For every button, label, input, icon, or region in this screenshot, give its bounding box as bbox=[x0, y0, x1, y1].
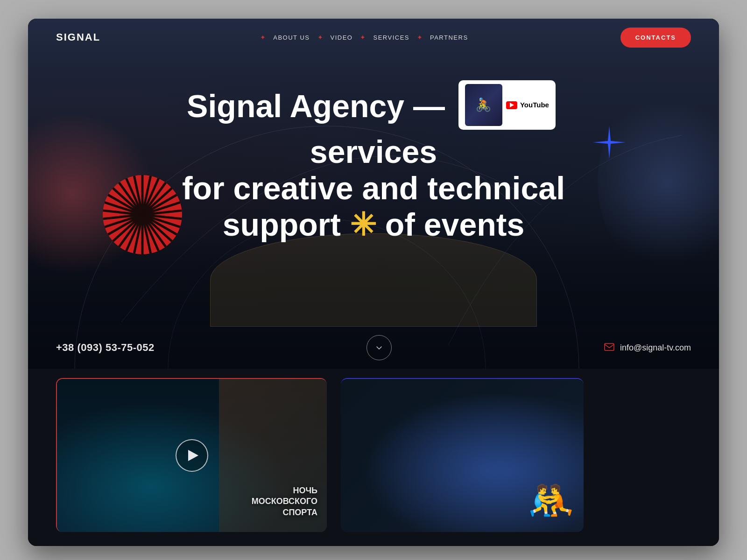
phone-number: +38 (093) 53-75-052 bbox=[56, 342, 155, 354]
nav-link-partners[interactable]: PARTNERS bbox=[430, 34, 468, 41]
yellow-star: ✳ bbox=[350, 207, 385, 242]
videos-section: НОЧЬ МОСКОВСКОГО СПОРТА bbox=[28, 369, 719, 546]
hero-section: SiGNAL ✦ ABOUT US ✦ VIDEO ✦ bbox=[28, 19, 719, 369]
youtube-text: YouTube bbox=[520, 101, 549, 109]
nav-divider-4: ✦ bbox=[409, 33, 430, 42]
video-title-cyrillic: НОЧЬ МОСКОВСКОГО СПОРТА bbox=[252, 485, 317, 518]
nav-link-services[interactable]: SERVICES bbox=[373, 34, 409, 41]
contacts-button[interactable]: CONTACTS bbox=[620, 28, 691, 48]
hero-title: Signal Agency — YouTube services bbox=[163, 84, 584, 243]
phone-main: 53-75-052 bbox=[106, 342, 155, 353]
youtube-card-inner: YouTube bbox=[465, 84, 549, 126]
hero-title-part3: for creative and technical bbox=[182, 170, 565, 206]
nav-item-about[interactable]: ABOUT US bbox=[273, 33, 310, 42]
youtube-card[interactable]: YouTube bbox=[458, 80, 556, 130]
svg-rect-34 bbox=[605, 343, 614, 350]
browser-frame: SiGNAL ✦ ABOUT US ✦ VIDEO ✦ bbox=[28, 19, 719, 546]
play-button-left[interactable] bbox=[176, 439, 208, 472]
email-text: info@signal-tv.com bbox=[620, 343, 691, 353]
video-text-overlay: НОЧЬ МОСКОВСКОГО СПОРТА bbox=[252, 485, 317, 518]
nav-item-services[interactable]: SERVICES bbox=[373, 33, 409, 42]
email-icon bbox=[604, 343, 614, 353]
hero-content: Signal Agency — YouTube services bbox=[28, 56, 719, 262]
nav-links: ✦ ABOUT US ✦ VIDEO ✦ SERVICES ✦ bbox=[253, 33, 468, 42]
nav-link-about[interactable]: ABOUT US bbox=[273, 34, 310, 41]
youtube-logo-area: YouTube bbox=[506, 101, 549, 109]
video-card-right[interactable] bbox=[341, 378, 584, 532]
site-logo[interactable]: SiGNAL bbox=[56, 31, 100, 43]
hero-title-part4: support bbox=[223, 207, 341, 242]
hero-title-part1: Signal Agency — bbox=[187, 88, 445, 124]
nav-divider-1: ✦ bbox=[253, 33, 273, 42]
nav-divider-3: ✦ bbox=[352, 33, 373, 42]
nav-link-video[interactable]: VIDEO bbox=[331, 34, 353, 41]
nav-divider-2: ✦ bbox=[310, 33, 331, 42]
phone-prefix: +38 (093) bbox=[56, 342, 106, 353]
video-card-left[interactable]: НОЧЬ МОСКОВСКОГО СПОРТА bbox=[56, 378, 327, 532]
youtube-icon bbox=[506, 101, 517, 109]
nav-item-partners[interactable]: PARTNERS bbox=[430, 33, 468, 42]
youtube-logo: YouTube bbox=[506, 101, 549, 109]
hero-title-part5: of events bbox=[385, 207, 525, 242]
navbar: SiGNAL ✦ ABOUT US ✦ VIDEO ✦ bbox=[28, 19, 719, 56]
nav-item-video[interactable]: VIDEO bbox=[331, 33, 353, 42]
hero-bottom-bar: +38 (093) 53-75-052 info@signal-tv.com bbox=[28, 327, 719, 369]
hero-title-part2: services bbox=[310, 134, 437, 169]
youtube-thumbnail bbox=[465, 84, 502, 126]
scroll-down-button[interactable] bbox=[366, 335, 392, 360]
email-contact: info@signal-tv.com bbox=[604, 343, 691, 353]
logo-text: SiGNAL bbox=[56, 31, 100, 43]
